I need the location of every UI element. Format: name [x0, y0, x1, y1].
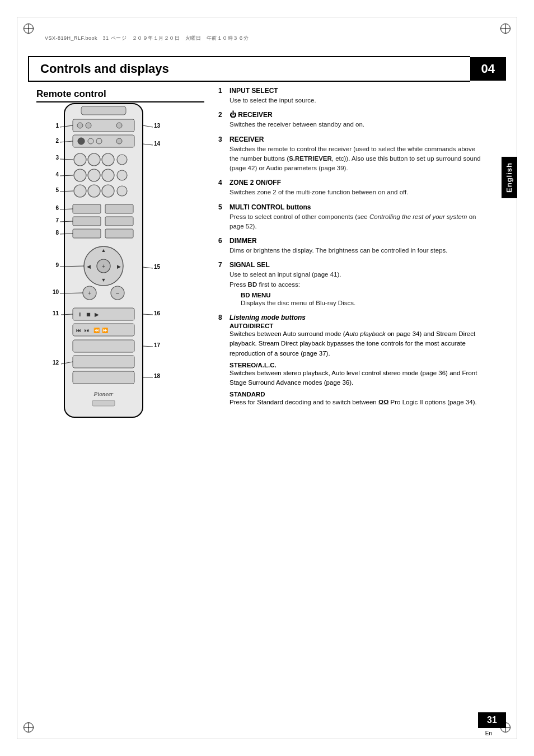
svg-rect-49	[73, 340, 134, 352]
svg-point-4	[86, 123, 91, 128]
svg-point-14	[117, 155, 127, 165]
item-5: 5 MULTI CONTROL buttons Press to select …	[218, 203, 481, 232]
svg-text:8: 8	[55, 230, 59, 236]
svg-line-87	[143, 346, 153, 347]
svg-point-5	[116, 123, 122, 128]
content-column: 1 INPUT SELECT Use to select the input s…	[218, 87, 493, 413]
svg-text:4: 4	[55, 171, 59, 178]
svg-line-85	[143, 314, 153, 315]
page-en: En	[485, 730, 492, 736]
svg-rect-51	[73, 371, 134, 384]
svg-point-16	[88, 169, 100, 181]
svg-rect-53	[92, 400, 115, 406]
chapter-number: 04	[470, 57, 506, 81]
item-1: 1 INPUT SELECT Use to select the input s…	[218, 87, 481, 105]
svg-text:1: 1	[55, 123, 59, 129]
item-7: 7 SIGNAL SEL Use to select an input sign…	[218, 261, 481, 308]
svg-text:⏪: ⏪	[93, 327, 100, 334]
svg-text:17: 17	[154, 342, 161, 348]
header-file-info: VSX-819H_RLF.book 31 ページ ２０９年１月２０日 火曜日 午…	[45, 35, 249, 42]
svg-point-17	[102, 169, 114, 181]
remote-drawing: + ▲ ▼ ◀ ▶ + – ⏸ ⏹ ▶ ⏮ ⏭ ⏪ ⏩ Pioneer	[31, 104, 188, 452]
svg-text:◀: ◀	[87, 264, 91, 269]
svg-point-21	[102, 185, 114, 197]
svg-point-8	[88, 138, 93, 144]
svg-rect-1	[81, 106, 126, 115]
item-3: 3 RECEIVER Switches the remote to contro…	[218, 136, 481, 174]
svg-point-12	[88, 153, 100, 166]
svg-point-11	[74, 153, 86, 166]
svg-point-10	[116, 138, 122, 144]
svg-text:Pioneer: Pioneer	[93, 390, 114, 397]
svg-point-15	[74, 169, 86, 181]
svg-text:16: 16	[154, 310, 161, 316]
svg-text:⏸: ⏸	[77, 311, 83, 318]
svg-text:⏹: ⏹	[86, 311, 91, 318]
svg-rect-24	[105, 204, 133, 213]
sub-standard-body: Press for Standard decoding and to switc…	[229, 398, 481, 407]
svg-text:2: 2	[55, 138, 59, 144]
svg-text:12: 12	[53, 360, 59, 366]
svg-text:13: 13	[154, 123, 161, 129]
svg-text:15: 15	[154, 264, 161, 270]
svg-rect-23	[73, 204, 101, 213]
svg-point-13	[102, 153, 114, 166]
svg-point-9	[96, 138, 102, 144]
svg-text:▼: ▼	[101, 277, 106, 283]
item-2: 2 ⏻ RECEIVER Switches the receiver betwe…	[218, 111, 481, 129]
svg-text:14: 14	[154, 141, 161, 147]
svg-text:–: –	[116, 290, 119, 296]
english-tab: English	[502, 157, 517, 198]
svg-rect-26	[105, 217, 133, 226]
svg-rect-28	[105, 229, 133, 238]
svg-text:9: 9	[55, 262, 59, 268]
svg-text:▶: ▶	[95, 311, 99, 318]
item-4: 4 ZONE 2 ON/OFF Switches zone 2 of the m…	[218, 179, 481, 197]
page-number: 31	[478, 712, 506, 728]
svg-text:11: 11	[53, 310, 59, 316]
svg-text:⏩: ⏩	[102, 327, 109, 334]
remote-section-title: Remote control	[36, 88, 204, 102]
svg-text:+: +	[102, 263, 105, 269]
svg-text:▲: ▲	[101, 248, 106, 253]
svg-point-3	[77, 123, 83, 128]
item-6: 6 DIMMER Dims or brightens the display. …	[218, 237, 481, 255]
svg-text:6: 6	[55, 205, 59, 211]
sub-stereo-body: Switches between stereo playback, Auto l…	[229, 368, 481, 388]
sub-auto-direct-title: AUTO/DIRECT	[229, 323, 481, 329]
svg-point-7	[78, 138, 85, 144]
svg-text:10: 10	[53, 289, 59, 295]
svg-text:⏮: ⏮	[76, 328, 81, 333]
item-8: 8 Listening mode buttons AUTO/DIRECT Swi…	[218, 314, 481, 408]
svg-rect-27	[73, 229, 101, 238]
chapter-header: Controls and displays 04	[28, 56, 506, 82]
svg-rect-25	[73, 217, 101, 226]
svg-text:5: 5	[55, 187, 59, 193]
svg-point-18	[117, 170, 127, 180]
svg-text:⏭: ⏭	[85, 328, 90, 333]
svg-text:3: 3	[55, 155, 59, 161]
svg-point-20	[88, 185, 100, 197]
svg-line-81	[143, 144, 153, 145]
svg-rect-50	[73, 356, 134, 368]
svg-point-19	[74, 185, 86, 197]
svg-text:+: +	[88, 290, 91, 296]
sub-auto-direct-body: Switches between Auto surround mode (Aut…	[229, 329, 481, 358]
svg-line-79	[143, 125, 153, 127]
svg-text:18: 18	[154, 373, 161, 379]
svg-point-22	[117, 186, 127, 196]
sub-stereo-title: STEREO/A.L.C.	[229, 362, 481, 368]
sub-standard-title: STANDARD	[229, 391, 481, 398]
chapter-title: Controls and displays	[28, 56, 470, 82]
svg-text:▶: ▶	[117, 264, 121, 269]
svg-text:7: 7	[55, 217, 59, 223]
svg-line-83	[143, 267, 153, 268]
